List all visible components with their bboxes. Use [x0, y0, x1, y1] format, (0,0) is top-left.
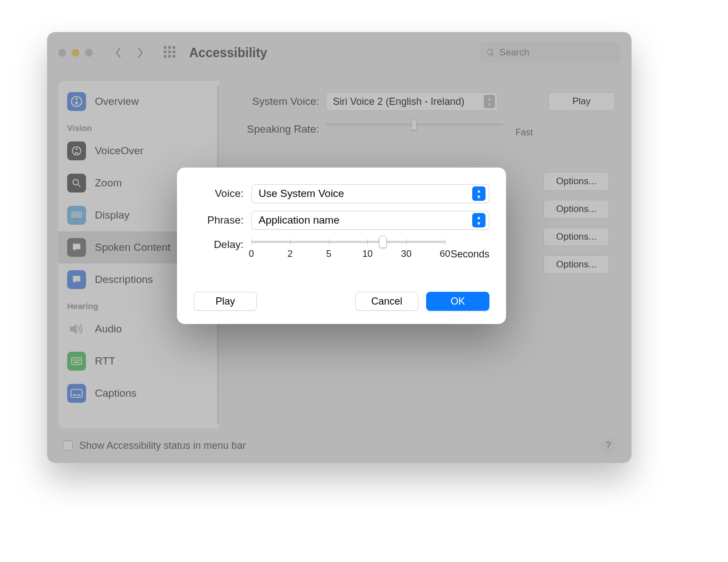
- delay-tick-0: 0: [249, 249, 254, 260]
- sheet-play-button[interactable]: Play: [194, 292, 257, 311]
- delay-tick-2: 2: [287, 249, 292, 260]
- voice-label: Voice:: [194, 188, 244, 200]
- voice-value: Use System Voice: [259, 188, 344, 200]
- chevron-up-down-icon: ▲▼: [472, 213, 486, 227]
- seconds-label: Seconds: [451, 249, 489, 260]
- delay-label: Delay:: [194, 239, 244, 251]
- delay-tick-30: 30: [401, 249, 412, 260]
- phrase-select[interactable]: Application name ▲▼: [251, 211, 489, 230]
- delay-tick-5: 5: [326, 249, 331, 260]
- delay-slider-thumb[interactable]: [379, 236, 387, 248]
- delay-tick-60: 60: [439, 249, 450, 260]
- delay-tick-10: 10: [362, 249, 373, 260]
- announcement-options-sheet: Voice: Use System Voice ▲▼ Phrase: Appli…: [177, 168, 506, 324]
- cancel-button[interactable]: Cancel: [355, 292, 418, 311]
- phrase-label: Phrase:: [194, 214, 244, 226]
- voice-select[interactable]: Use System Voice ▲▼: [251, 184, 489, 203]
- ok-button[interactable]: OK: [426, 292, 489, 311]
- delay-slider[interactable]: [251, 241, 445, 243]
- phrase-value: Application name: [259, 214, 340, 226]
- chevron-up-down-icon: ▲▼: [472, 186, 486, 201]
